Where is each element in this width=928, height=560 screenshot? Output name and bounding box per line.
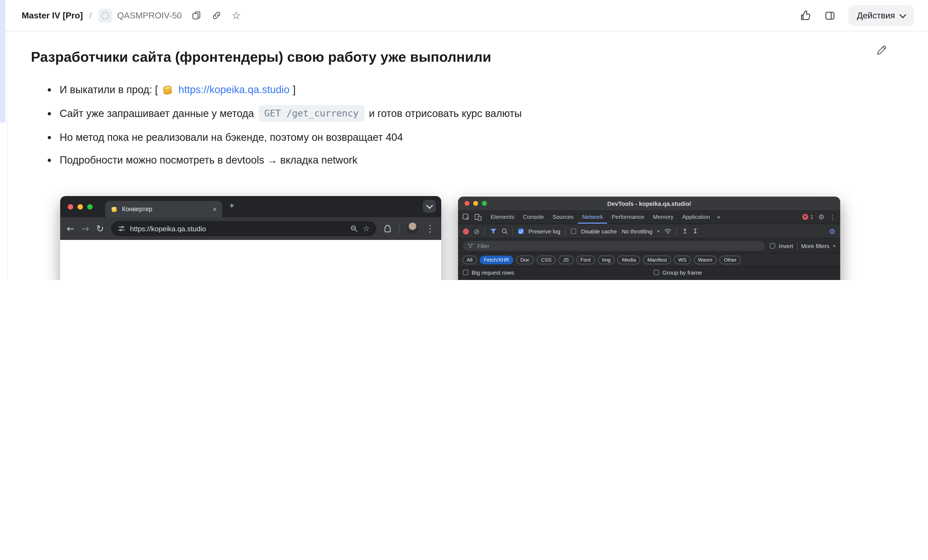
more-tabs-icon[interactable]: » xyxy=(714,214,723,220)
chip-all[interactable]: All xyxy=(462,256,477,264)
zoom-window-icon[interactable] xyxy=(87,204,93,210)
group-by-frame-checkbox[interactable] xyxy=(654,270,659,275)
clear-icon[interactable]: ⊘ xyxy=(474,228,480,235)
toolbar-separator xyxy=(399,224,400,233)
edit-pencil-icon[interactable] xyxy=(875,43,888,56)
side-panel-icon[interactable] xyxy=(824,10,835,21)
star-icon[interactable]: ☆ xyxy=(232,10,241,21)
network-settings-gear-icon[interactable]: ⚙ xyxy=(829,227,835,235)
device-toolbar-icon[interactable] xyxy=(474,213,482,221)
chip-wasm[interactable]: Wasm xyxy=(694,256,717,264)
chip-manifest[interactable]: Manifest xyxy=(643,256,672,264)
close-window-icon[interactable] xyxy=(68,204,73,210)
copy-icon[interactable] xyxy=(192,10,202,21)
issue-status-icon xyxy=(98,8,112,23)
big-request-rows-label: Big request rows xyxy=(472,269,514,275)
chip-img[interactable]: Img xyxy=(598,256,615,264)
address-bar[interactable]: https://kopeika.qa.studio ☆ xyxy=(111,221,377,236)
content-divider xyxy=(7,31,8,280)
close-window-icon[interactable] xyxy=(464,201,469,206)
bullet-404: Но метод пока не реализовали на бэкенде,… xyxy=(48,130,752,145)
disable-cache-checkbox[interactable] xyxy=(571,228,576,234)
throttling-caret-icon: ▾ xyxy=(657,229,659,234)
breadcrumb-project[interactable]: Master IV [Pro] xyxy=(22,11,83,20)
tab-title: Конвертер xyxy=(122,206,208,212)
task-bullets: И выкатили в прод: [ https://kopeika.qa.… xyxy=(48,82,752,175)
network-conditions-icon[interactable] xyxy=(664,228,672,234)
chip-js[interactable]: JS xyxy=(559,256,573,264)
minimize-window-icon[interactable] xyxy=(78,204,83,210)
chip-fetch-xhr[interactable]: Fetch/XHR xyxy=(479,256,513,264)
devtools-title: DevTools - kopeika.qa.studio/ xyxy=(607,200,691,207)
issue-key[interactable]: QASMPROIV-50 xyxy=(117,11,182,20)
reload-icon[interactable]: ↻ xyxy=(96,224,104,233)
browser-menu-icon[interactable]: ⋮ xyxy=(426,224,435,233)
preserve-log-checkbox[interactable] xyxy=(518,228,524,234)
code-chip: GET /get_currency xyxy=(258,105,365,122)
devtools-menu-icon[interactable]: ⋮ xyxy=(829,213,836,221)
options-row-1: Big request rows Group by frame xyxy=(458,267,840,278)
profile-avatar[interactable] xyxy=(406,222,418,234)
tab-network[interactable]: Network xyxy=(578,210,607,224)
browser-tab-strip: Конвертер × + xyxy=(60,196,441,217)
extensions-icon[interactable] xyxy=(383,224,392,233)
forward-icon[interactable]: → xyxy=(82,224,89,233)
link-icon[interactable] xyxy=(212,10,222,21)
big-request-rows-checkbox[interactable] xyxy=(463,270,469,275)
tab-close-icon[interactable]: × xyxy=(213,205,217,213)
invert-checkbox[interactable] xyxy=(770,243,775,249)
chip-other[interactable]: Other xyxy=(719,256,741,264)
bullet-deployed: И выкатили в прод: [ https://kopeika.qa.… xyxy=(48,82,752,97)
tab-search-icon[interactable] xyxy=(423,200,436,213)
bookmark-star-icon[interactable]: ☆ xyxy=(363,224,370,233)
record-icon[interactable] xyxy=(463,228,469,234)
chip-doc[interactable]: Doc xyxy=(516,256,534,264)
network-toolbar: ⊘ Preserve log Disable cache No throttli… xyxy=(458,224,840,239)
tab-memory[interactable]: Memory xyxy=(649,210,678,224)
actions-button[interactable]: Действия xyxy=(848,5,914,26)
tab-console[interactable]: Console xyxy=(519,210,548,224)
filter-funnel-icon[interactable] xyxy=(490,228,496,234)
request-type-chips: All Fetch/XHR Doc CSS JS Font Img Media … xyxy=(458,253,840,267)
top-bar: Master IV [Pro] / QASMPROIV-50 ☆ Действи… xyxy=(0,0,928,31)
error-badge[interactable]: ✕ 1 xyxy=(802,214,814,220)
url-text[interactable]: https://kopeika.qa.studio xyxy=(130,224,346,233)
filter-input[interactable] xyxy=(476,242,760,250)
window-controls[interactable] xyxy=(68,204,93,210)
settings-gear-icon[interactable]: ⚙ xyxy=(818,213,824,221)
site-settings-icon[interactable] xyxy=(118,225,125,232)
search-icon[interactable] xyxy=(501,228,508,234)
like-icon[interactable] xyxy=(800,10,812,21)
breadcrumb-separator: / xyxy=(89,11,92,20)
zoom-out-icon[interactable] xyxy=(350,225,358,232)
favicon-coins-icon xyxy=(111,205,118,213)
filter-input-wrap[interactable] xyxy=(463,241,765,251)
chip-ws[interactable]: WS xyxy=(674,256,691,264)
tab-elements[interactable]: Elements xyxy=(486,210,519,224)
tab-performance[interactable]: Performance xyxy=(607,210,649,224)
browser-tab[interactable]: Конвертер × xyxy=(105,201,222,217)
chip-css[interactable]: CSS xyxy=(537,256,556,264)
tab-application[interactable]: Application xyxy=(678,210,714,224)
preserve-log-label: Preserve log xyxy=(528,228,560,234)
zoom-window-icon[interactable] xyxy=(482,201,487,206)
minimize-window-icon[interactable] xyxy=(473,201,478,206)
export-har-icon[interactable]: ↧ xyxy=(693,228,698,234)
new-tab-icon[interactable]: + xyxy=(229,201,234,211)
import-har-icon[interactable]: ↥ xyxy=(682,228,688,234)
disable-cache-label: Disable cache xyxy=(581,228,617,234)
inspect-element-icon[interactable] xyxy=(462,213,470,221)
browser-window: Конвертер × + ← → ↻ https://kopeika.qa.s… xyxy=(60,196,441,280)
chip-font[interactable]: Font xyxy=(576,256,595,264)
error-icon: ✕ xyxy=(802,214,808,220)
back-icon[interactable]: ← xyxy=(67,224,75,233)
more-filters[interactable]: More filters xyxy=(801,243,829,249)
devtools-tab-bar: Elements Console Sources Network Perform… xyxy=(458,210,840,224)
devtools-window-controls[interactable] xyxy=(464,201,487,206)
options-row-2: Overview Screenshots xyxy=(458,278,840,280)
throttling-select[interactable]: No throttling xyxy=(622,228,652,234)
tab-sources[interactable]: Sources xyxy=(548,210,578,224)
bullet-request: Сайт уже запрашивает данные у метода GET… xyxy=(48,105,752,122)
prod-link[interactable]: https://kopeika.qa.studio xyxy=(179,82,290,97)
chip-media[interactable]: Media xyxy=(618,256,640,264)
